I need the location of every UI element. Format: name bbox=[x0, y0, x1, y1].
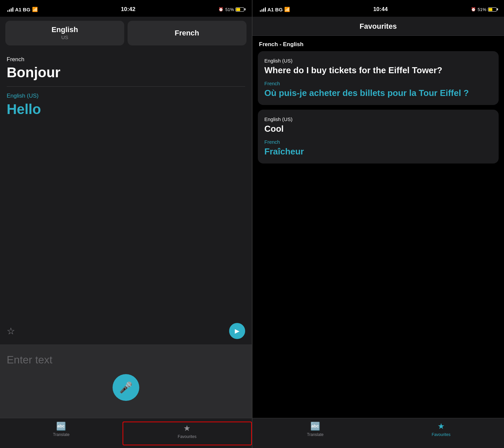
play-button[interactable]: ▶ bbox=[229, 323, 245, 339]
target-translation-text: Hello bbox=[7, 101, 245, 117]
favourites-title: Favourites bbox=[259, 22, 498, 31]
fav-card-2-target-lang: French bbox=[265, 139, 492, 145]
fav-card-2-target-text: Fraîcheur bbox=[265, 146, 492, 157]
translation-separator bbox=[7, 86, 245, 87]
fav-card-2[interactable]: English (US) Cool French Fraîcheur bbox=[258, 110, 499, 163]
right-favourites-tab-label: Favourites bbox=[432, 432, 451, 437]
favourites-lang-group: French - English bbox=[253, 36, 504, 51]
right-translate-tab-label: Translate bbox=[307, 432, 324, 437]
target-lang-button[interactable]: French bbox=[128, 21, 246, 45]
right-status-left: A1 BG 📶 bbox=[260, 7, 290, 12]
translate-tab-label: Translate bbox=[53, 432, 70, 437]
favourites-list: English (US) Where do I buy tickets for … bbox=[253, 51, 504, 418]
right-signal-bars-icon bbox=[260, 7, 266, 12]
alarm-icon: ⏰ bbox=[218, 7, 223, 12]
right-tab-favourites[interactable]: ★ Favourites bbox=[378, 422, 504, 445]
left-status-left: A1 BG 📶 bbox=[7, 7, 38, 12]
right-status-right: ⏰ 51% bbox=[471, 7, 497, 12]
right-wifi-icon: 📶 bbox=[284, 7, 290, 12]
battery-icon bbox=[235, 7, 244, 12]
fav-card-1-source-lang: English (US) bbox=[265, 58, 492, 64]
tab-favourites[interactable]: ★ Favourites bbox=[123, 422, 252, 445]
source-lang-name: English bbox=[51, 25, 78, 34]
right-tab-translate[interactable]: 🔤 Translate bbox=[253, 422, 378, 445]
fav-card-1[interactable]: English (US) Where do I buy tickets for … bbox=[258, 51, 499, 105]
carrier-label: A1 BG bbox=[15, 7, 30, 12]
tab-translate[interactable]: 🔤 Translate bbox=[0, 422, 123, 445]
left-time: 10:42 bbox=[121, 6, 135, 13]
signal-bars-icon bbox=[7, 7, 13, 12]
source-lang-sub: US bbox=[61, 34, 68, 41]
fav-card-2-source-text: Cool bbox=[265, 123, 492, 134]
input-placeholder-text[interactable]: Enter text bbox=[7, 354, 52, 366]
source-lang-label: French bbox=[7, 56, 245, 63]
left-status-right: ⏰ 51% bbox=[218, 7, 244, 12]
right-battery-percent: 51% bbox=[478, 7, 486, 12]
lang-selector: English US French bbox=[0, 17, 252, 49]
fav-card-1-source-text: Where do I buy tickets for the Eiffel To… bbox=[265, 65, 492, 76]
fav-card-1-target-lang: French bbox=[265, 81, 492, 86]
right-phone-screen: A1 BG 📶 10:44 ⏰ 51% Favourites French - … bbox=[253, 0, 504, 448]
microphone-button[interactable]: 🎤 bbox=[113, 374, 139, 401]
fav-card-1-target-text: Où puis-je acheter des billets pour la T… bbox=[265, 88, 492, 99]
fav-card-2-source-lang: English (US) bbox=[265, 116, 492, 122]
target-lang-label: English (US) bbox=[7, 93, 245, 99]
right-battery-icon bbox=[488, 7, 497, 12]
favourites-icon: ★ bbox=[183, 424, 191, 433]
input-area: Enter text 🎤 bbox=[0, 344, 252, 418]
translate-icon: 🔤 bbox=[56, 422, 66, 431]
battery-percent: 51% bbox=[225, 7, 234, 12]
favourites-tab-label: Favourites bbox=[178, 434, 196, 439]
right-status-bar: A1 BG 📶 10:44 ⏰ 51% bbox=[253, 0, 504, 17]
favourite-star-button[interactable]: ☆ bbox=[7, 326, 15, 337]
left-status-bar: A1 BG 📶 10:42 ⏰ 51% bbox=[0, 0, 252, 17]
right-translate-icon: 🔤 bbox=[310, 422, 320, 431]
translation-actions: ☆ ▶ bbox=[7, 316, 245, 339]
source-translation-text: Bonjour bbox=[7, 65, 245, 80]
right-alarm-icon: ⏰ bbox=[471, 7, 476, 12]
left-tab-bar: 🔤 Translate ★ Favourites bbox=[0, 418, 252, 448]
right-favourites-icon: ★ bbox=[438, 422, 445, 431]
right-tab-bar: 🔤 Translate ★ Favourites bbox=[253, 418, 504, 448]
translation-area: French Bonjour English (US) Hello ☆ ▶ bbox=[0, 49, 252, 344]
target-lang-name: French bbox=[175, 29, 199, 37]
source-lang-button[interactable]: English US bbox=[5, 21, 124, 45]
favourites-header: Favourites bbox=[253, 17, 504, 36]
right-time: 10:44 bbox=[373, 6, 387, 13]
wifi-icon: 📶 bbox=[32, 7, 38, 12]
left-phone-screen: A1 BG 📶 10:42 ⏰ 51% English US French Fr… bbox=[0, 0, 252, 448]
right-carrier-label: A1 BG bbox=[268, 7, 283, 12]
